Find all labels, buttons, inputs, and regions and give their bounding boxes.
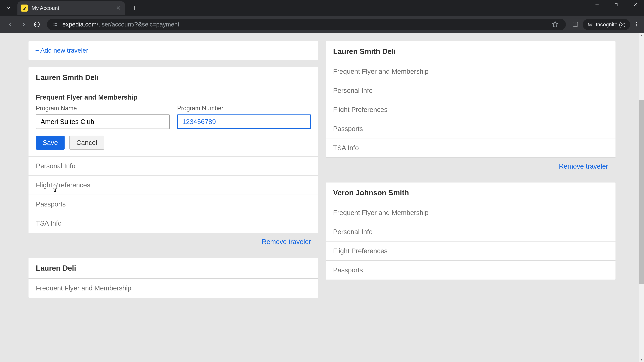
maximize-icon[interactable] (612, 0, 620, 9)
tab-search-dropdown[interactable] (4, 3, 13, 13)
section-passports[interactable]: Passports (28, 195, 318, 214)
svg-point-11 (636, 22, 637, 23)
program-number-label: Program Number (177, 105, 311, 112)
window-controls (593, 0, 639, 9)
url-bar[interactable]: expedia.com/user/account/?&selc=payment (47, 18, 566, 30)
kebab-menu-icon[interactable] (633, 21, 641, 28)
bookmark-star-icon[interactable] (552, 21, 559, 28)
traveler-card: Lauren Smith Deli Frequent Flyer and Mem… (326, 41, 616, 175)
side-panel-icon[interactable] (572, 21, 580, 28)
page-content: + Add new traveler Lauren Smith Deli Fre… (0, 33, 644, 362)
section-label: TSA Info (333, 144, 359, 151)
section-label: Flight Preferences (36, 181, 90, 189)
vertical-scrollbar[interactable]: ▲ ▼ (639, 33, 644, 362)
card-head: Veron Johnson Smith (326, 183, 616, 203)
traveler-card: Lauren Deli Frequent Flyer and Membershi… (28, 258, 318, 298)
card-footer: Remove traveler (28, 233, 318, 251)
traveler-name: Veron Johnson Smith (333, 189, 608, 197)
section-label: Personal Info (333, 228, 373, 236)
svg-rect-9 (573, 22, 578, 26)
incognito-label: Incognito (2) (596, 21, 626, 28)
section-label: Flight Preferences (333, 247, 388, 255)
tab-close-icon[interactable]: ✕ (116, 5, 121, 11)
button-row: Save Cancel (28, 136, 318, 156)
section-frequent-flyer[interactable]: Frequent Flyer and Membership (326, 203, 616, 222)
incognito-chip[interactable]: Incognito (2) (582, 19, 630, 30)
svg-point-12 (636, 24, 637, 25)
section-frequent-flyer[interactable]: Frequent Flyer and Membership (326, 62, 616, 81)
tab-title: My Account (32, 5, 113, 11)
add-traveler-link[interactable]: + Add new traveler (35, 47, 88, 54)
cancel-button[interactable]: Cancel (69, 136, 104, 150)
section-frequent-flyer[interactable]: Frequent Flyer and Membership (28, 279, 318, 298)
traveler-card: Veron Johnson Smith Frequent Flyer and M… (326, 183, 616, 280)
traveler-card: Lauren Smith Deli Frequent Flyer and Mem… (28, 67, 318, 251)
forward-icon[interactable] (19, 20, 28, 29)
svg-rect-1 (615, 3, 617, 6)
svg-point-5 (54, 25, 55, 26)
save-button[interactable]: Save (36, 136, 64, 150)
card-head: Lauren Smith Deli (28, 67, 318, 88)
card-head: Lauren Smith Deli (326, 41, 616, 62)
close-icon[interactable] (632, 0, 639, 9)
url-text: expedia.com/user/account/?&selc=payment (62, 21, 550, 28)
section-tsa[interactable]: TSA Info (326, 138, 616, 157)
traveler-name: Lauren Smith Deli (333, 47, 608, 56)
program-name-input[interactable] (36, 114, 170, 129)
remove-traveler-link[interactable]: Remove traveler (262, 238, 311, 246)
section-label: Frequent Flyer and Membership (333, 68, 428, 75)
tab-strip: My Account ✕ + (0, 0, 644, 16)
back-icon[interactable] (5, 20, 15, 29)
section-flight-prefs[interactable]: Flight Preferences (326, 100, 616, 119)
favicon-expedia (21, 4, 28, 11)
section-flight-prefs[interactable]: Flight Preferences (28, 175, 318, 195)
section-label: Passports (333, 266, 363, 274)
program-name-label: Program Name (36, 105, 170, 112)
section-title: Frequent Flyer and Membership (28, 88, 318, 105)
card-head: Lauren Deli (28, 258, 318, 279)
browser-tab[interactable]: My Account ✕ (18, 1, 125, 15)
section-flight-prefs[interactable]: Flight Preferences (326, 241, 616, 260)
section-passports[interactable]: Passports (326, 260, 616, 280)
section-personal-info[interactable]: Personal Info (326, 81, 616, 100)
section-tsa[interactable]: TSA Info (28, 214, 318, 233)
program-number-input[interactable] (177, 114, 311, 129)
section-passports[interactable]: Passports (326, 119, 616, 138)
form-row: Program Name Program Number (28, 105, 318, 136)
section-label: Personal Info (333, 87, 373, 94)
svg-marker-8 (552, 21, 558, 27)
scrollbar-thumb[interactable] (639, 100, 644, 284)
section-label: Frequent Flyer and Membership (36, 284, 131, 292)
section-personal-info[interactable]: Personal Info (28, 156, 318, 175)
minimize-icon[interactable] (593, 0, 601, 9)
new-tab-button[interactable]: + (132, 4, 136, 12)
remove-traveler-link[interactable]: Remove traveler (559, 163, 608, 170)
card-footer: Remove traveler (326, 157, 616, 175)
add-traveler-card: + Add new traveler (28, 41, 318, 60)
svg-point-4 (54, 23, 55, 24)
section-label: Passports (36, 200, 66, 208)
section-label: Frequent Flyer and Membership (333, 209, 428, 216)
browser-toolbar: expedia.com/user/account/?&selc=payment … (0, 16, 644, 33)
svg-point-13 (636, 25, 637, 26)
scroll-down-icon[interactable]: ▼ (639, 357, 644, 362)
section-label: Personal Info (36, 162, 76, 170)
scroll-up-icon[interactable]: ▲ (639, 33, 644, 38)
traveler-name: Lauren Smith Deli (36, 73, 311, 82)
section-label: TSA Info (36, 220, 62, 227)
section-label: Flight Preferences (333, 106, 388, 113)
section-label: Passports (333, 125, 363, 132)
section-personal-info[interactable]: Personal Info (326, 222, 616, 241)
reload-icon[interactable] (32, 20, 42, 29)
traveler-name: Lauren Deli (36, 264, 311, 272)
site-info-icon[interactable] (52, 21, 59, 28)
